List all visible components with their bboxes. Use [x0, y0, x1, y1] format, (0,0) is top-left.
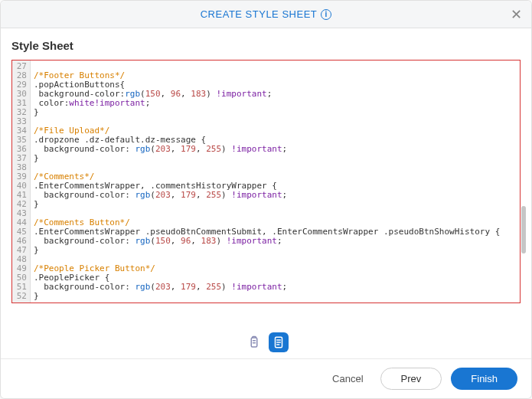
document-button[interactable]: [269, 332, 289, 352]
create-stylesheet-modal: CREATE STYLE SHEET i ✕ Style Sheet 27 28…: [0, 0, 532, 399]
finish-button[interactable]: Finish: [451, 368, 517, 390]
modal-body: Style Sheet 27 28 29 30 31 32 33 34 35 3…: [1, 28, 531, 358]
clipboard-button[interactable]: [244, 332, 264, 352]
line-number-gutter: 27 28 29 30 31 32 33 34 35 36 37 38 39 4…: [12, 61, 31, 303]
document-icon: [272, 335, 286, 349]
section-title: Style Sheet: [11, 39, 521, 52]
close-icon: ✕: [511, 7, 522, 22]
code-editor[interactable]: 27 28 29 30 31 32 33 34 35 36 37 38 39 4…: [11, 60, 521, 303]
modal-footer: Cancel Prev Finish: [1, 358, 531, 398]
cancel-button[interactable]: Cancel: [325, 368, 370, 389]
scrollbar-thumb[interactable]: [521, 206, 526, 253]
bottom-toolbar: [11, 303, 521, 358]
code-content[interactable]: /*Footer Buttons*/ .popActionButtons{ ba…: [31, 61, 520, 303]
clipboard-icon: [247, 335, 261, 349]
modal-header: CREATE STYLE SHEET i ✕: [1, 1, 531, 28]
close-button[interactable]: ✕: [508, 7, 524, 22]
info-icon[interactable]: i: [321, 9, 331, 20]
modal-title-text: CREATE STYLE SHEET: [201, 8, 318, 20]
prev-button[interactable]: Prev: [380, 368, 442, 390]
modal-title: CREATE STYLE SHEET i: [201, 8, 332, 20]
